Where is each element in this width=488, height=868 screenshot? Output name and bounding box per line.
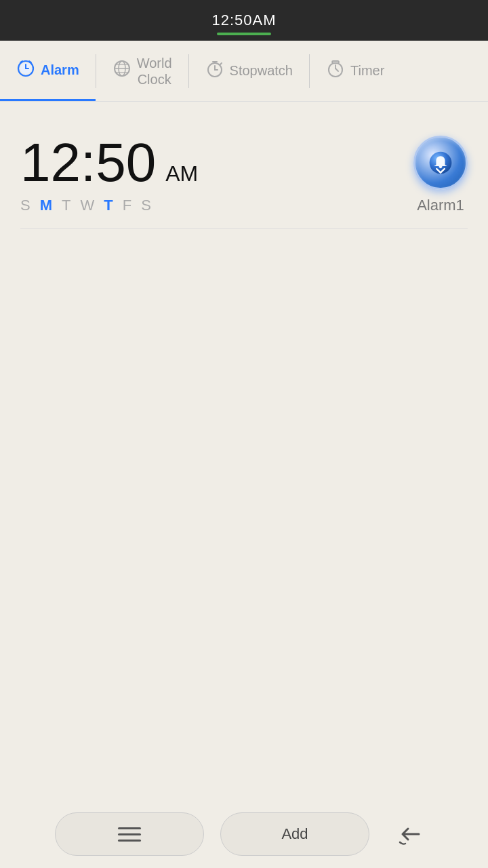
alarm-ampm: AM [165, 161, 198, 186]
back-icon [394, 819, 424, 849]
svg-line-16 [220, 63, 222, 64]
main-content: 12:50 AM S M T W T F S [0, 102, 488, 229]
alarm-days: S M T W T F S [20, 197, 198, 214]
add-button[interactable]: Add [220, 812, 369, 856]
day-friday: F [123, 197, 131, 214]
day-wednesday: W [80, 197, 94, 214]
menu-icon [118, 827, 141, 842]
status-indicator [217, 33, 271, 35]
day-monday: M [40, 197, 52, 214]
alarm-time-display: 12:50 AM [20, 136, 198, 190]
back-button[interactable] [386, 812, 433, 856]
tab-world-clock[interactable]: WorldClock [96, 41, 188, 101]
day-saturday: S [141, 197, 151, 214]
alarm-row: 12:50 AM S M T W T F S [20, 122, 468, 229]
tab-timer-label: Timer [350, 63, 384, 79]
tab-alarm-label: Alarm [41, 62, 79, 78]
svg-line-19 [336, 68, 338, 71]
tab-bar: Alarm WorldClock [0, 41, 488, 102]
alarm-toggle-button[interactable] [413, 136, 468, 190]
day-tuesday: T [62, 197, 70, 214]
bottom-bar: Add [0, 800, 488, 868]
day-thursday: T [104, 197, 113, 214]
timer-tab-icon [326, 59, 345, 83]
world-clock-tab-icon [113, 59, 131, 83]
add-label: Add [281, 825, 308, 843]
status-bar: 12:50AM [0, 0, 488, 41]
tab-world-clock-label: WorldClock [137, 55, 172, 87]
alarm-name: Alarm1 [417, 197, 464, 214]
stopwatch-tab-icon [205, 59, 224, 83]
alarm-time: 12:50 [20, 136, 156, 190]
menu-button[interactable] [55, 812, 204, 856]
alarm-left: 12:50 AM S M T W T F S [20, 136, 198, 214]
tab-timer[interactable]: Timer [310, 41, 401, 101]
status-time: 12:50AM [211, 12, 276, 29]
tab-alarm[interactable]: Alarm [0, 41, 96, 101]
alarm-right: Alarm1 [413, 136, 468, 214]
tab-stopwatch[interactable]: Stopwatch [189, 41, 309, 101]
day-sunday: S [20, 197, 30, 214]
tab-stopwatch-label: Stopwatch [230, 63, 293, 79]
alarm-toggle-icon [428, 151, 453, 175]
alarm-tab-icon [16, 58, 35, 82]
